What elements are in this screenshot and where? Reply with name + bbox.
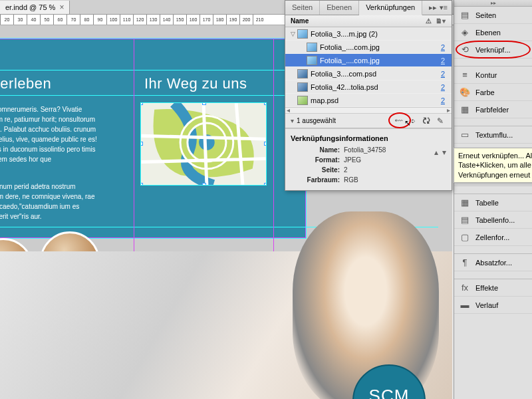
close-icon[interactable]: × — [59, 3, 64, 12]
panel-tab-row: Seiten Ebenen Verknüpfungen ▸▸ ▾≡ — [285, 1, 452, 15]
link-row[interactable]: Fotolia_....com.jpg2 — [285, 54, 452, 67]
link-filename: map.psd — [311, 96, 436, 104]
tab-verknuepfungen[interactable]: Verknüpfungen — [359, 1, 422, 15]
relink-tooltip: Erneut verknüpfen... Alt-Taste+Klicken, … — [454, 148, 532, 183]
column-name: Name — [291, 17, 422, 25]
scm-logo-text: SCM — [354, 386, 424, 399]
dock-item-farbfelder[interactable]: ▦Farbfelder — [454, 101, 532, 118]
link-page-number[interactable]: 2 — [436, 70, 449, 78]
link-thumb-icon — [297, 96, 308, 105]
dock-item-icon: ▤ — [460, 10, 470, 21]
dock-item-label: Farbfelder — [475, 106, 509, 114]
dock-item-verknpf[interactable]: ⟲Verknüpf... — [454, 41, 532, 59]
link-filename: Fotolia_3....com.psd — [311, 70, 436, 78]
edit-original-icon[interactable]: ✎ — [434, 116, 446, 126]
tab-seiten[interactable]: Seiten — [285, 1, 320, 15]
link-thumb-icon — [307, 43, 317, 52]
dock-collapse-icon[interactable]: ▸▸ — [454, 0, 532, 7]
links-list: ▽Fotolia_3....m.jpg (2)Fotolia_....com.j… — [285, 27, 452, 107]
dock-item-effekte[interactable]: fxEffekte — [454, 279, 532, 297]
link-info-title: Verknüpfungsinformationen — [291, 132, 446, 145]
person-image[interactable] — [293, 211, 439, 399]
link-thumb-icon — [297, 69, 308, 78]
info-label: Seite: — [291, 166, 344, 174]
info-row: Name:Fotolia_34758 — [291, 145, 446, 155]
dock-item-label: Textumflu... — [475, 131, 513, 139]
panel-menu-icon[interactable]: ▾≡ — [440, 3, 448, 12]
link-page-number[interactable]: 2 — [436, 96, 449, 104]
body-para-2: ors inenum perid adetra nostrum nequam d… — [0, 182, 99, 221]
dock-item-icon: ▤ — [460, 215, 470, 225]
link-thumb-icon — [297, 29, 308, 39]
dock-item-icon: ◈ — [460, 27, 470, 38]
link-info-section: Verknüpfungsinformationen ▴ ▾ Name:Fotol… — [285, 128, 452, 190]
selection-count: 1 ausgewählt — [297, 117, 336, 124]
link-row[interactable]: Fotolia_....com.jpg2 — [285, 41, 452, 54]
heading-weg: Ihr Weg zu uns — [144, 75, 247, 92]
document-tab-bar: er.indd @ 75 % × — [0, 0, 532, 15]
info-label: Name: — [291, 146, 344, 154]
horizontal-ruler[interactable]: 0102030405060708090100110120130140150160… — [0, 15, 532, 25]
link-page-number[interactable]: 2 — [436, 83, 449, 91]
info-prev-icon[interactable]: ▴ — [434, 148, 438, 157]
right-panel-dock: ▸▸ ▤Seiten◈Ebenen⟲Verknüpf...≡Kontur🎨Far… — [454, 0, 532, 399]
dock-item-label: Absatzfor... — [475, 259, 512, 267]
info-label: Format: — [291, 156, 344, 164]
dock-item-tabellenfo[interactable]: ▤Tabellenfo... — [454, 211, 532, 229]
panel-hscrollbar[interactable] — [285, 107, 452, 114]
dock-item-ebenen[interactable]: ◈Ebenen — [454, 24, 532, 41]
links-column-header[interactable]: Name ⚠ 🗎▾ — [285, 15, 452, 27]
dock-item-label: Verlauf — [475, 301, 498, 309]
info-value: 2 — [344, 166, 348, 174]
body-para-1: ? Fec omnerumeris. Serra? Vivatie tisqua… — [0, 104, 99, 164]
links-panel: Seiten Ebenen Verknüpfungen ▸▸ ▾≡ Name ⚠… — [285, 0, 452, 191]
panel-status-bar: ▾ 1 ausgewählt ⬳ ↖ ➪ 🗘 ✎ — [285, 114, 452, 128]
dock-item-icon: 🎨 — [460, 87, 470, 98]
dock-item-icon: fx — [460, 283, 470, 293]
link-page-number[interactable]: 2 — [436, 57, 449, 65]
dock-item-label: Seiten — [475, 11, 496, 19]
info-next-icon[interactable]: ▾ — [442, 148, 446, 157]
dock-item-icon: ⟲ — [460, 45, 470, 55]
info-row: Seite:2 — [291, 165, 446, 175]
dock-item-verlauf[interactable]: ▬Verlauf — [454, 297, 532, 314]
relink-icon[interactable]: ⬳ — [392, 116, 404, 126]
flyer-top-section[interactable]: eit erleben Ihr Weg zu uns ? Fec omnerum… — [0, 39, 306, 238]
map-image-frame[interactable] — [140, 102, 267, 186]
dock-item-seiten[interactable]: ▤Seiten — [454, 7, 532, 24]
dock-item-absatzfor[interactable]: ¶Absatzfor... — [454, 254, 532, 271]
dock-item-label: Zellenfor... — [475, 233, 509, 241]
dock-item-icon: ▭ — [460, 130, 470, 140]
update-link-icon[interactable]: 🗘 — [420, 116, 432, 126]
dock-item-label: Farbe — [475, 88, 495, 96]
tab-ebenen[interactable]: Ebenen — [320, 1, 359, 15]
dock-item-icon: ▦ — [460, 198, 470, 208]
link-row[interactable]: map.psd2 — [285, 94, 452, 107]
dock-item-tabelle[interactable]: ▦Tabelle — [454, 194, 532, 211]
info-row: Format:JPEG — [291, 155, 446, 165]
link-filename: Fotolia_3....m.jpg (2) — [311, 30, 436, 38]
link-row[interactable]: ▽Fotolia_3....m.jpg (2) — [285, 27, 452, 41]
dock-item-icon: ▢ — [460, 232, 470, 243]
link-row[interactable]: Fotolia_3....com.psd2 — [285, 67, 452, 80]
panel-collapse-icon[interactable]: ▸▸ — [429, 3, 437, 12]
dock-item-label: Effekte — [475, 284, 498, 292]
page-column-icon: 🗎▾ — [434, 17, 446, 25]
dock-item-zellenfor[interactable]: ▢Zellenfor... — [454, 229, 532, 246]
dock-item-textumflu[interactable]: ▭Textumflu... — [454, 126, 532, 144]
dock-item-icon: ▬ — [460, 300, 470, 311]
tree-arrow-icon[interactable]: ▽ — [288, 31, 297, 37]
dock-item-kontur[interactable]: ≡Kontur — [454, 66, 532, 84]
document-tab-label: er.indd @ 75 % — [5, 3, 55, 11]
info-label: Farbraum: — [291, 176, 344, 184]
dock-item-icon: ▦ — [460, 104, 470, 115]
status-expand-icon[interactable]: ▾ — [291, 117, 294, 124]
link-row[interactable]: Fotolia_42...tolia.psd2 — [285, 80, 452, 94]
heading-erleben: eit erleben — [0, 75, 51, 92]
dock-item-farbe[interactable]: 🎨Farbe — [454, 84, 532, 101]
info-value: RGB — [344, 176, 358, 184]
flyer-bottom-section: SCM Für Sie & Ihn — [0, 251, 452, 399]
link-page-number[interactable]: 2 — [436, 43, 449, 51]
link-filename: Fotolia_....com.jpg — [320, 57, 436, 65]
document-tab[interactable]: er.indd @ 75 % × — [0, 1, 70, 14]
